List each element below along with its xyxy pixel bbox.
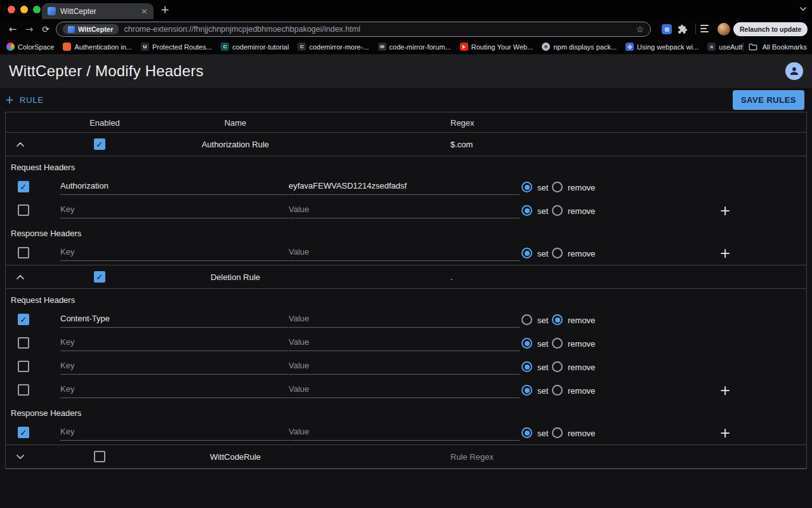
bookmark-item[interactable]: codemirror-tutorial <box>221 43 289 51</box>
header-enabled-checkbox[interactable] <box>18 314 29 325</box>
tab-close-icon[interactable]: × <box>141 7 148 15</box>
relaunch-to-update-button[interactable]: Relaunch to update <box>733 22 808 36</box>
add-rule-button[interactable]: + RULE <box>5 95 44 105</box>
reload-button[interactable]: ⟳ <box>38 19 53 39</box>
rule-enabled-checkbox[interactable] <box>94 271 105 283</box>
header-enabled-checkbox[interactable] <box>18 337 29 349</box>
remove-radio[interactable] <box>552 361 563 372</box>
bookmark-item[interactable]: Routing Your Web... <box>460 43 534 51</box>
set-radio-label[interactable]: set <box>537 249 548 258</box>
collapse-rule-button[interactable] <box>15 140 26 149</box>
set-radio-label[interactable]: set <box>537 206 548 216</box>
remove-radio[interactable] <box>552 205 563 216</box>
header-value-input[interactable] <box>289 335 520 351</box>
add-header-button[interactable]: + <box>717 245 733 262</box>
column-name: Name <box>172 118 299 128</box>
header-key-input[interactable] <box>60 202 288 218</box>
address-bar[interactable]: WittCepter chrome-extension://fhnjjchnpn… <box>56 22 651 37</box>
forward-button[interactable]: → <box>22 19 37 39</box>
add-header-button[interactable]: + <box>717 203 733 219</box>
set-radio[interactable] <box>521 427 532 438</box>
remove-radio[interactable] <box>552 338 563 349</box>
all-bookmarks[interactable]: All Bookmarks <box>743 39 807 55</box>
bookmark-item[interactable]: Authentication in... <box>63 43 132 51</box>
rule-summary-row: WittCodeRule Rule Regex <box>6 445 806 469</box>
remove-radio-label[interactable]: remove <box>568 339 595 349</box>
add-header-button[interactable]: + <box>717 425 733 441</box>
remove-radio[interactable] <box>552 248 563 258</box>
remove-radio[interactable] <box>552 314 563 325</box>
set-radio[interactable] <box>521 361 532 372</box>
tab-search-chevron-icon[interactable] <box>800 7 806 11</box>
header-value-input[interactable] <box>289 244 520 261</box>
side-panel-icon[interactable] <box>700 25 709 32</box>
collapse-rule-button[interactable] <box>15 272 26 281</box>
remove-radio[interactable] <box>552 182 563 192</box>
remove-radio-label[interactable]: remove <box>568 249 595 258</box>
header-key-input[interactable] <box>60 178 288 195</box>
add-header-button[interactable]: + <box>717 382 733 399</box>
header-value-input[interactable] <box>289 178 520 195</box>
set-radio-label[interactable]: set <box>537 183 548 192</box>
set-radio-label[interactable]: set <box>537 339 548 349</box>
set-radio[interactable] <box>521 205 532 216</box>
set-radio[interactable] <box>521 385 532 396</box>
header-value-input[interactable] <box>289 311 520 328</box>
header-enabled-checkbox[interactable] <box>18 204 29 216</box>
remove-radio-label[interactable]: remove <box>568 363 595 372</box>
bookmark-item[interactable]: Using webpack wi... <box>625 43 698 51</box>
close-window-button[interactable] <box>8 6 15 13</box>
bookmark-item[interactable]: npm displays pack... <box>542 43 617 51</box>
bookmark-item[interactable]: Protected Routes... <box>141 43 212 51</box>
header-key-input[interactable] <box>60 424 288 441</box>
minimize-window-button[interactable] <box>20 6 28 13</box>
account-button[interactable] <box>785 62 803 80</box>
browser-tab[interactable]: WittCepter × <box>42 3 154 19</box>
new-tab-button[interactable]: + <box>158 3 172 17</box>
bookmark-item[interactable]: ColorSpace <box>6 43 54 51</box>
remove-radio[interactable] <box>552 385 563 396</box>
header-key-input[interactable] <box>60 311 288 328</box>
remove-radio-label[interactable]: remove <box>568 183 595 192</box>
header-value-input[interactable] <box>289 202 520 218</box>
profile-avatar[interactable] <box>717 23 730 36</box>
remove-radio-label[interactable]: remove <box>568 429 595 438</box>
bookmark-item[interactable]: codemirror-more-... <box>298 43 369 51</box>
set-radio[interactable] <box>521 248 532 258</box>
back-button[interactable]: ← <box>5 19 20 39</box>
rule-enabled-checkbox[interactable] <box>94 138 105 150</box>
rule-enabled-checkbox[interactable] <box>94 451 105 462</box>
remove-radio[interactable] <box>552 427 563 438</box>
header-enabled-checkbox[interactable] <box>18 384 29 396</box>
extensions-puzzle-icon[interactable] <box>678 24 688 34</box>
bookmark-item[interactable]: code-mirror-forum... <box>378 43 451 51</box>
remove-radio-label[interactable]: remove <box>568 386 595 396</box>
header-enabled-checkbox[interactable] <box>18 181 29 192</box>
browser-menu-icon[interactable]: ⋮ <box>801 19 812 39</box>
header-value-input[interactable] <box>289 424 520 441</box>
header-enabled-checkbox[interactable] <box>18 361 29 372</box>
folder-icon <box>749 43 757 51</box>
header-key-input[interactable] <box>60 244 288 261</box>
bookmark-star-icon[interactable]: ☆ <box>636 24 644 34</box>
expand-rule-button[interactable] <box>15 452 26 461</box>
header-enabled-checkbox[interactable] <box>18 427 29 438</box>
header-key-input[interactable] <box>60 358 288 375</box>
set-radio[interactable] <box>521 338 532 349</box>
save-rules-button[interactable]: SAVE RULES <box>733 90 804 110</box>
header-value-input[interactable] <box>289 358 520 375</box>
pinned-extension-icon[interactable] <box>662 24 672 34</box>
set-radio-label[interactable]: set <box>537 429 548 438</box>
header-key-input[interactable] <box>60 335 288 351</box>
remove-radio-label[interactable]: remove <box>568 316 595 325</box>
remove-radio-label[interactable]: remove <box>568 206 595 216</box>
header-value-input[interactable] <box>289 382 520 398</box>
header-enabled-checkbox[interactable] <box>18 247 29 258</box>
set-radio[interactable] <box>521 182 532 192</box>
zoom-window-button[interactable] <box>33 6 41 13</box>
set-radio[interactable] <box>521 314 532 325</box>
set-radio-label[interactable]: set <box>537 363 548 372</box>
set-radio-label[interactable]: set <box>537 386 548 396</box>
set-radio-label[interactable]: set <box>537 316 548 325</box>
header-key-input[interactable] <box>60 382 288 398</box>
